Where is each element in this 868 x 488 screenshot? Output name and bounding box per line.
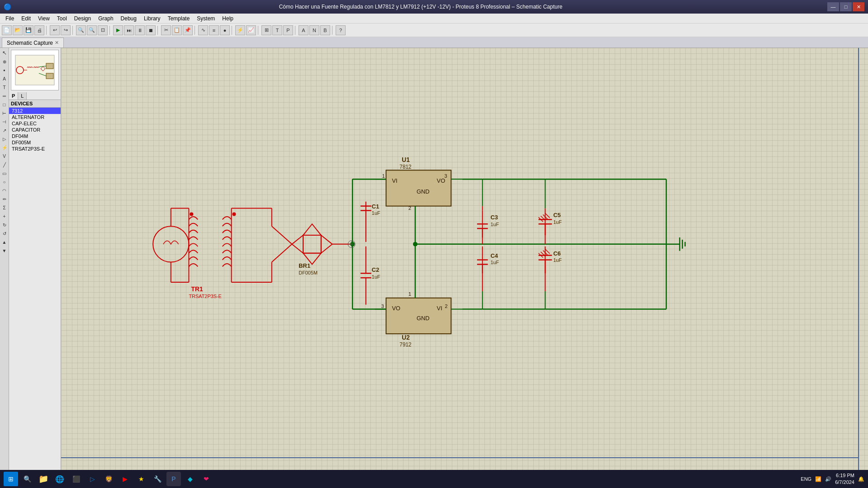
tb-run[interactable]: ▶	[113, 25, 123, 35]
taskbar-vscode[interactable]: ▷	[85, 472, 100, 486]
menu-system[interactable]: System	[193, 14, 218, 23]
lt-rotate-cw[interactable]: ↻	[0, 221, 9, 229]
menu-library[interactable]: Library	[140, 14, 164, 23]
menu-graph[interactable]: Graph	[95, 14, 117, 23]
lt-rotate-ccw[interactable]: ↺	[0, 229, 9, 237]
device-alternator[interactable]: ALTERNATOR	[9, 114, 61, 120]
taskbar-misc1[interactable]: ★	[134, 472, 148, 486]
tb-bus[interactable]: ≡	[209, 25, 219, 35]
tb-new[interactable]: 📄	[2, 25, 12, 35]
maximize-button[interactable]: □	[840, 2, 852, 11]
lt-junction[interactable]: ●	[0, 66, 9, 74]
tb-terminal[interactable]: T	[272, 25, 282, 35]
tb-stop[interactable]: ⏹	[146, 25, 156, 35]
tb-save[interactable]: 💾	[24, 25, 33, 35]
panel-tab-l[interactable]: L	[18, 92, 27, 99]
tb-port[interactable]: P	[283, 25, 293, 35]
lt-origin[interactable]: +	[0, 212, 9, 220]
menu-template[interactable]: Template	[164, 14, 194, 23]
lt-symbol[interactable]: Σ	[0, 204, 9, 212]
tb-zoom-fit[interactable]: ⊡	[98, 25, 108, 35]
minimize-button[interactable]: —	[827, 2, 839, 11]
tb-open[interactable]: 📂	[13, 25, 23, 35]
lt-voltage[interactable]: V	[0, 152, 9, 160]
lt-generator[interactable]: ⚡	[0, 143, 9, 152]
menu-file[interactable]: File	[2, 14, 18, 23]
lt-component[interactable]: ⊕	[0, 57, 9, 66]
device-df04m[interactable]: DF04M	[9, 133, 61, 139]
tb-pause[interactable]: ⏸	[135, 25, 145, 35]
device-7312[interactable]: 7312	[9, 108, 61, 114]
device-capacitor[interactable]: CAPACITOR	[9, 127, 61, 133]
taskbar-misc2[interactable]: 🔧	[150, 472, 165, 486]
side-panel: P L DEVICES 7312 ALTERNATOR CAP-ELEC CAP…	[9, 48, 61, 476]
menu-view[interactable]: View	[34, 14, 53, 23]
panel-tabs: P L	[9, 92, 61, 100]
tb-annotate[interactable]: A	[299, 25, 308, 35]
lt-bus[interactable]: ═	[0, 92, 9, 100]
tb-help[interactable]: ?	[336, 25, 346, 35]
tb-wire[interactable]: ∿	[198, 25, 208, 35]
tab-close[interactable]: ✕	[55, 40, 59, 46]
svg-point-12	[232, 212, 236, 216]
tb-graph[interactable]: 📈	[246, 25, 256, 35]
menu-debug[interactable]: Debug	[117, 14, 140, 23]
lt-arc[interactable]: ◠	[0, 186, 9, 194]
device-df005m[interactable]: DF005M	[9, 139, 61, 146]
lt-graph[interactable]: ↗	[0, 126, 9, 134]
svg-text:C2: C2	[372, 266, 379, 273]
taskbar-notification[interactable]: 🔔	[858, 476, 864, 482]
device-cap-elec[interactable]: CAP-ELEC	[9, 120, 61, 127]
close-button[interactable]: ✕	[853, 2, 864, 11]
menu-design[interactable]: Design	[71, 14, 95, 23]
lt-terminal[interactable]: ⊢	[0, 109, 9, 117]
menu-edit[interactable]: Edit	[18, 14, 34, 23]
lt-pin[interactable]: ⊣	[0, 118, 9, 126]
lt-box[interactable]: ▭	[0, 169, 9, 177]
lt-tape[interactable]: ▷	[0, 135, 9, 143]
tb-paste[interactable]: 📌	[183, 25, 193, 35]
lt-down[interactable]: ▼	[0, 246, 9, 255]
taskbar-explorer[interactable]: 📁	[36, 472, 51, 486]
tb-netlist[interactable]: N	[309, 25, 319, 35]
svg-text:U2: U2	[402, 334, 410, 341]
panel-tab-p[interactable]: P	[9, 92, 18, 99]
device-trsat[interactable]: TRSAT2P3S-E	[9, 146, 61, 152]
tb-bom[interactable]: B	[320, 25, 330, 35]
tb-zoom-in[interactable]: 🔍	[76, 25, 86, 35]
lt-line[interactable]: ╱	[0, 161, 9, 169]
schematic-capture-tab[interactable]: Schematic Capture ✕	[2, 38, 64, 47]
lt-text[interactable]: T	[0, 83, 9, 91]
tb-cut[interactable]: ✂	[161, 25, 171, 35]
tb-part[interactable]: ⊞	[261, 25, 271, 35]
taskbar-brave[interactable]: 🦁	[101, 472, 116, 486]
tb-redo[interactable]: ↪	[61, 25, 71, 35]
tb-copy[interactable]: 📋	[172, 25, 182, 35]
lt-up[interactable]: ▲	[0, 238, 9, 246]
taskbar-misc3[interactable]: ◆	[183, 472, 197, 486]
tb-probe[interactable]: ⚡	[235, 25, 245, 35]
lt-subcircuit[interactable]: □	[0, 100, 9, 109]
lt-path[interactable]: ✏	[0, 195, 9, 203]
taskbar-edge[interactable]: 🌐	[52, 472, 67, 486]
menu-tool[interactable]: Tool	[53, 14, 71, 23]
lt-circle[interactable]: ○	[0, 178, 9, 186]
menu-help[interactable]: Help	[218, 14, 237, 23]
schematic-area[interactable]: VI VO GND 1 3 2 VO VI GND	[61, 48, 868, 476]
taskbar-search[interactable]: 🔍	[20, 472, 34, 486]
tb-junction[interactable]: ●	[220, 25, 230, 35]
lt-select[interactable]: ↖	[0, 49, 9, 57]
tb-print[interactable]: 🖨	[34, 25, 44, 35]
tb-undo[interactable]: ↩	[50, 25, 60, 35]
svg-text:C6: C6	[553, 250, 560, 257]
tb-zoom-out[interactable]: 🔍	[87, 25, 97, 35]
taskbar-youtube[interactable]: ▶	[118, 472, 132, 486]
svg-text:2: 2	[408, 205, 411, 211]
svg-text:VI: VI	[392, 177, 397, 184]
start-button[interactable]: ⊞	[4, 472, 18, 486]
tb-step[interactable]: ⏭	[124, 25, 134, 35]
taskbar-terminal[interactable]: ⬛	[69, 472, 83, 486]
taskbar-proteus[interactable]: P	[166, 472, 181, 486]
taskbar-misc4[interactable]: ❤	[199, 472, 213, 486]
lt-label[interactable]: A	[0, 75, 9, 83]
